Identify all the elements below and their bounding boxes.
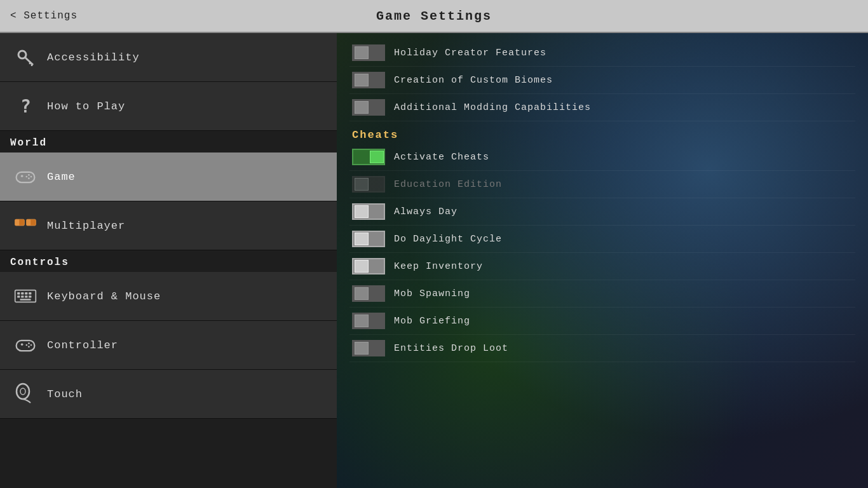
- svg-rect-21: [17, 295, 20, 297]
- setting-label: Holiday Creator Features: [394, 48, 546, 58]
- svg-point-9: [31, 176, 32, 178]
- sidebar-item-keyboard-mouse[interactable]: Keyboard & Mouse: [0, 272, 337, 321]
- setting-label: Additional Modding Capabilities: [394, 102, 591, 113]
- sidebar-item-label: Keyboard & Mouse: [47, 290, 161, 302]
- setting-row: Mob Griefing: [349, 308, 855, 335]
- sidebar-item-label: Controller: [47, 339, 118, 351]
- sidebar-item-multiplayer[interactable]: Multiplayer: [0, 201, 337, 250]
- setting-label: Entities Drop Loot: [394, 343, 508, 354]
- svg-rect-14: [15, 219, 20, 226]
- daylight-cycle-toggle[interactable]: [352, 231, 385, 247]
- sidebar-item-label: Touch: [47, 388, 83, 400]
- mob-griefing-toggle[interactable]: [352, 313, 385, 329]
- setting-row: Education Edition: [349, 171, 855, 198]
- svg-point-29: [28, 342, 30, 344]
- svg-rect-20: [29, 292, 31, 294]
- setting-row: Always Day: [349, 198, 855, 226]
- svg-text:?: ?: [20, 96, 32, 117]
- gamepad-icon: [13, 332, 38, 358]
- setting-label: Keep Inventory: [394, 261, 483, 272]
- section-controls-header: Controls: [0, 250, 337, 272]
- section-world-header: World: [0, 131, 337, 152]
- sidebar-item-label: Multiplayer: [47, 220, 125, 232]
- keep-inventory-toggle[interactable]: [352, 258, 385, 274]
- page-title: Game Settings: [376, 9, 492, 24]
- modding-capabilities-toggle[interactable]: [352, 99, 385, 116]
- sidebar-item-accessibility[interactable]: Accessibility: [0, 33, 337, 82]
- svg-rect-26: [17, 341, 35, 351]
- activate-cheats-toggle[interactable]: [352, 149, 385, 165]
- controller-icon: [13, 164, 38, 189]
- entities-drop-loot-toggle[interactable]: [352, 340, 385, 356]
- setting-row: Activate Cheats: [349, 144, 855, 171]
- sidebar: Accessibility ? How to Play World: [0, 33, 337, 488]
- svg-rect-22: [21, 295, 24, 297]
- svg-point-32: [25, 344, 27, 346]
- setting-row: Holiday Creator Features: [349, 39, 855, 67]
- svg-rect-5: [17, 172, 35, 182]
- setting-label: Activate Cheats: [394, 152, 489, 163]
- setting-label: Mob Spawning: [394, 288, 470, 299]
- content-area: Holiday Creator Features Creation of Cus…: [337, 33, 868, 488]
- setting-label: Mob Griefing: [394, 316, 470, 327]
- setting-row: Do Daylight Cycle: [349, 226, 855, 253]
- education-edition-toggle[interactable]: [352, 176, 385, 193]
- setting-row: Mob Spawning: [349, 280, 855, 308]
- sidebar-item-touch[interactable]: Touch: [0, 370, 337, 419]
- holiday-creator-toggle[interactable]: [352, 44, 385, 61]
- setting-label: Creation of Custom Biomes: [394, 75, 553, 86]
- sidebar-item-controller[interactable]: Controller: [0, 321, 337, 370]
- svg-point-11: [25, 176, 27, 178]
- svg-point-30: [31, 344, 32, 346]
- svg-rect-15: [27, 219, 31, 226]
- svg-point-34: [20, 388, 25, 395]
- main-layout: Accessibility ? How to Play World: [0, 33, 868, 488]
- back-button[interactable]: < Settings: [10, 10, 78, 22]
- custom-biomes-toggle[interactable]: [352, 72, 385, 88]
- svg-rect-19: [25, 292, 27, 294]
- svg-rect-24: [29, 295, 31, 297]
- mob-spawning-toggle[interactable]: [352, 285, 385, 302]
- setting-label: Education Edition: [394, 179, 502, 190]
- svg-point-33: [17, 384, 29, 399]
- sidebar-item-label: How to Play: [47, 100, 125, 112]
- sidebar-item-game[interactable]: Game: [0, 152, 337, 201]
- cheats-section-title: Cheats: [349, 121, 855, 144]
- setting-label: Do Daylight Cycle: [394, 234, 502, 245]
- always-day-toggle[interactable]: [352, 203, 385, 220]
- svg-point-10: [28, 177, 30, 179]
- svg-point-31: [28, 346, 30, 348]
- setting-label: Always Day: [394, 207, 458, 217]
- svg-rect-17: [17, 292, 20, 294]
- question-icon: ?: [13, 93, 38, 119]
- setting-row: Creation of Custom Biomes: [349, 67, 855, 94]
- setting-row: Entities Drop Loot: [349, 335, 855, 362]
- svg-point-8: [28, 174, 30, 176]
- svg-rect-23: [25, 295, 27, 297]
- keyboard-icon: [13, 283, 38, 309]
- players-icon: [13, 213, 38, 238]
- svg-rect-18: [21, 292, 24, 294]
- sidebar-item-label: Accessibility: [47, 51, 140, 64]
- touch-icon: [13, 381, 38, 407]
- top-settings-list: Holiday Creator Features Creation of Cus…: [349, 39, 855, 121]
- key-icon: [13, 44, 38, 70]
- svg-rect-25: [20, 299, 31, 301]
- setting-row: Keep Inventory: [349, 253, 855, 280]
- header: < Settings Game Settings: [0, 0, 868, 33]
- sidebar-item-label: Game: [47, 171, 76, 183]
- sidebar-item-how-to-play[interactable]: ? How to Play: [0, 82, 337, 131]
- setting-row: Additional Modding Capabilities: [349, 94, 855, 121]
